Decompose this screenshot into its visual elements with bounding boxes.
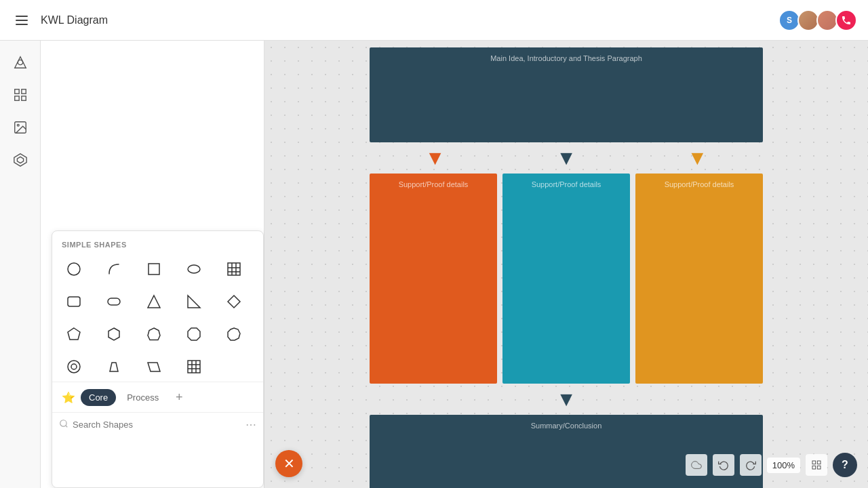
col-right-label: Support/Proof details xyxy=(665,180,734,188)
top-box: Main Idea, Introductory and Thesis Parag… xyxy=(370,47,763,142)
tab-process[interactable]: Process xyxy=(119,389,167,406)
header: KWL Diagram S xyxy=(0,0,868,41)
svg-marker-20 xyxy=(148,296,160,308)
col-center-label: Support/Proof details xyxy=(532,180,601,188)
shape-pentagon[interactable] xyxy=(59,319,89,349)
svg-point-37 xyxy=(60,420,66,426)
shape-octagon[interactable] xyxy=(179,319,209,349)
shapes-section-title: SIMPLE SHAPES xyxy=(52,231,263,254)
shape-hexagon[interactable] xyxy=(99,319,129,349)
menu-button[interactable] xyxy=(11,9,33,31)
svg-point-28 xyxy=(68,361,80,373)
svg-rect-42 xyxy=(817,466,821,469)
image-tool-button[interactable] xyxy=(7,114,34,141)
svg-rect-2 xyxy=(14,89,18,94)
help-button[interactable]: ? xyxy=(833,453,857,477)
page-title: KWL Diagram xyxy=(41,14,773,26)
arrow-left: ▼ xyxy=(425,148,446,168)
col-left-label: Support/Proof details xyxy=(399,180,469,188)
bottom-box-label: Summary/Conclusion xyxy=(531,422,602,430)
shape-diamond[interactable] xyxy=(219,287,249,317)
svg-rect-5 xyxy=(21,96,25,100)
svg-marker-31 xyxy=(148,363,160,371)
tab-favorites[interactable]: ⭐ xyxy=(59,388,78,407)
shape-table[interactable] xyxy=(219,254,249,284)
svg-rect-18 xyxy=(68,297,80,306)
svg-marker-0 xyxy=(14,57,26,68)
tab-core[interactable]: Core xyxy=(81,389,116,406)
svg-rect-32 xyxy=(188,361,200,373)
shape-stadium[interactable] xyxy=(99,287,129,317)
svg-point-7 xyxy=(17,124,19,126)
svg-rect-19 xyxy=(108,298,120,305)
shape-rounded-rect[interactable] xyxy=(59,287,89,317)
shapes-tool-button[interactable] xyxy=(7,49,34,76)
top-box-label: Main Idea, Introductory and Thesis Parag… xyxy=(490,54,642,62)
tab-add-button[interactable]: + xyxy=(170,388,189,407)
svg-marker-26 xyxy=(188,328,200,340)
avatar-phone xyxy=(835,9,857,31)
shape-trapezoid[interactable] xyxy=(99,352,129,382)
arrow-center: ▼ xyxy=(556,148,576,168)
svg-rect-40 xyxy=(817,461,821,464)
help-label: ? xyxy=(842,459,848,471)
svg-rect-39 xyxy=(812,461,816,464)
shape-square[interactable] xyxy=(139,254,169,284)
col-left: Support/Proof details xyxy=(370,174,497,384)
svg-marker-21 xyxy=(188,296,200,308)
svg-marker-23 xyxy=(68,328,80,340)
shape-circle[interactable] xyxy=(59,254,89,284)
cloud-button[interactable] xyxy=(686,454,707,476)
shapes-panel-inner: SIMPLE SHAPES xyxy=(52,230,264,488)
avatar-group: S xyxy=(781,9,857,31)
svg-rect-3 xyxy=(21,89,25,94)
svg-marker-27 xyxy=(228,328,240,340)
search-input[interactable] xyxy=(73,420,241,430)
search-icon xyxy=(59,419,68,430)
bottom-toolbar: 100% ? xyxy=(686,453,857,477)
shape-triangle[interactable] xyxy=(139,287,169,317)
three-columns: Support/Proof details Support/Proof deta… xyxy=(370,174,763,384)
shape-ellipse[interactable] xyxy=(179,254,209,284)
shapes-panel: SIMPLE SHAPES xyxy=(41,41,264,488)
svg-point-10 xyxy=(68,263,80,275)
shape-heptagon[interactable] xyxy=(139,319,169,349)
svg-rect-41 xyxy=(812,466,816,469)
arrow-right: ▼ xyxy=(687,148,707,168)
shape-nonagon[interactable] xyxy=(219,319,249,349)
svg-point-1 xyxy=(18,60,22,64)
svg-rect-4 xyxy=(14,96,18,100)
diagram-tool-button[interactable] xyxy=(7,146,34,174)
undo-button[interactable] xyxy=(713,454,734,476)
svg-point-29 xyxy=(71,364,77,369)
redo-button[interactable] xyxy=(740,454,762,476)
more-options-button[interactable]: ⋯ xyxy=(245,418,256,431)
svg-marker-9 xyxy=(17,157,23,163)
svg-line-38 xyxy=(66,426,68,428)
svg-point-12 xyxy=(188,265,200,273)
sidebar-icons xyxy=(0,41,41,488)
shape-cross-table[interactable] xyxy=(179,352,209,382)
grid-tool-button[interactable] xyxy=(7,81,34,108)
shapes-search: ⋯ xyxy=(52,412,263,436)
canvas-area[interactable]: Main Idea, Introductory and Thesis Parag… xyxy=(264,41,868,488)
shape-arc[interactable] xyxy=(99,254,129,284)
shapes-tabs: ⭐ Core Process + xyxy=(52,382,263,412)
grid-view-button[interactable] xyxy=(806,454,827,476)
main-layout: SIMPLE SHAPES xyxy=(0,41,868,488)
col-right: Support/Proof details xyxy=(635,174,763,384)
shape-right-triangle[interactable] xyxy=(179,287,209,317)
arrow-row-bottom: ▼ xyxy=(370,384,763,415)
shape-parallelogram[interactable] xyxy=(139,352,169,382)
arrow-row-top: ▼ ▼ ▼ xyxy=(370,142,763,174)
svg-marker-24 xyxy=(108,328,119,340)
close-fab-button[interactable]: ✕ xyxy=(275,450,302,477)
hamburger-icon xyxy=(16,16,28,25)
svg-marker-25 xyxy=(148,328,160,340)
svg-marker-30 xyxy=(110,363,118,371)
col-center: Support/Proof details xyxy=(502,174,630,384)
zoom-display: 100% xyxy=(767,458,800,473)
shapes-grid xyxy=(52,254,263,382)
diagram-inner: Main Idea, Introductory and Thesis Parag… xyxy=(370,41,763,488)
shape-donut[interactable] xyxy=(59,352,89,382)
